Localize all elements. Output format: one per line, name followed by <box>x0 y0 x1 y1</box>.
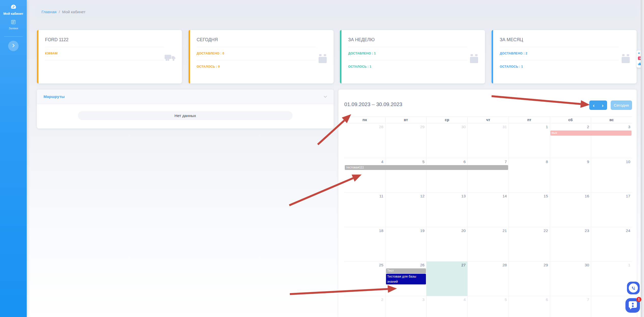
summary-card: FORD 1122К369АМ <box>37 30 182 83</box>
calendar-day-cell[interactable]: 22 <box>509 227 550 262</box>
day-number: 3 <box>628 125 630 129</box>
calendar-day-cell[interactable]: 24 <box>591 227 632 262</box>
day-number: 28 <box>379 125 383 129</box>
day-number: 16 <box>585 194 589 198</box>
dashboard-page: Мой кабинет Заявки Главная / Мой к <box>0 0 644 317</box>
calendar-day-cell[interactable]: 19 <box>385 227 426 262</box>
calendar-prev-button[interactable]: ‹ <box>593 103 595 108</box>
viber-chat-button[interactable] <box>627 282 640 294</box>
sidebar-expand-toggle[interactable] <box>8 41 19 51</box>
chevron-down-icon[interactable] <box>324 94 327 99</box>
weekday-label: пт <box>509 117 550 123</box>
weekday-label: пн <box>344 117 385 123</box>
calendar-day-cell[interactable]: 9 <box>550 158 591 193</box>
calendar-day-cell[interactable]: 12 <box>385 193 426 227</box>
calendar-day-cell[interactable]: 23 <box>550 227 591 262</box>
calendar-day-cell[interactable]: 11 <box>344 193 385 227</box>
day-number: 30 <box>461 125 466 129</box>
day-number: 5 <box>505 297 507 302</box>
calendar-day-cell[interactable]: 8 <box>509 158 550 193</box>
card-accent-bar <box>492 30 493 83</box>
calendar-day-cell[interactable]: 17 <box>591 193 632 227</box>
day-number: 19 <box>420 228 424 233</box>
calendar-day-cell[interactable]: 10 <box>591 158 632 193</box>
calendar-day-cell[interactable]: 28 <box>344 123 385 158</box>
routes-panel: Маршруты Нет данных <box>37 90 334 128</box>
day-number: 29 <box>543 263 548 267</box>
calendar-day-cell[interactable]: 6 <box>426 158 467 193</box>
calendar-icon <box>469 54 479 64</box>
calendar-day-cell[interactable]: 2 <box>550 123 591 158</box>
calendar-day-cell[interactable]: 28 <box>467 262 509 296</box>
calendar-nav-buttons: ‹ › <box>589 100 607 110</box>
calendar-today-button[interactable]: Сегодня <box>611 100 632 110</box>
sidebar-logo[interactable]: Мой кабинет <box>0 4 27 16</box>
calendar-day-cell[interactable]: 21 <box>467 227 509 262</box>
day-number: 11 <box>379 194 383 198</box>
calendar-day-today[interactable]: 27 <box>426 262 467 296</box>
calendar-event[interactable]: Тестовая для базы знаний <box>386 274 426 284</box>
weekday-label: сб <box>550 117 591 123</box>
weekday-label: вс <box>591 117 632 123</box>
weekday-label: вт <box>385 117 426 123</box>
calendar-day-cell[interactable]: 6 <box>509 296 550 317</box>
calendar-day-cell[interactable]: 16 <box>550 193 591 227</box>
calendar-day-cell[interactable]: 15 <box>509 193 550 227</box>
calendar-day-cell[interactable]: 14 <box>467 193 509 227</box>
chat-widget-button[interactable]: 1 <box>625 298 640 313</box>
day-number: 4 <box>381 160 383 164</box>
calendar-day-cell[interactable]: 7 <box>467 158 509 193</box>
calendar-week-row: 45678910 <box>344 158 632 193</box>
calendar-day-cell[interactable]: 31 <box>467 123 509 158</box>
calendar-day-cell[interactable]: 3 <box>385 296 426 317</box>
card-stat: ОСТАЛОСЬ : 0 <box>197 60 316 73</box>
calendar-day-cell[interactable]: 2 <box>344 296 385 317</box>
day-number: 5 <box>422 160 425 164</box>
chevron-right-icon <box>12 44 15 48</box>
breadcrumb-current: Мой кабинет <box>62 10 85 14</box>
calendar-day-cell[interactable]: 4 <box>426 296 467 317</box>
page-scrollbar[interactable] <box>641 0 644 317</box>
sidebar-item-requests[interactable]: Заявки <box>0 19 27 30</box>
routes-panel-header[interactable]: Маршруты <box>37 90 334 104</box>
calendar-day-cell[interactable]: 5 <box>385 158 426 193</box>
calendar-event[interactable]: Тест <box>386 268 426 273</box>
day-number: 13 <box>461 194 466 198</box>
card-accent-bar <box>189 30 190 83</box>
calendar-day-cell[interactable]: 29 <box>385 123 426 158</box>
calendar-day-cell[interactable]: 29 <box>509 262 550 296</box>
day-number: 7 <box>505 160 507 164</box>
calendar-day-cell[interactable]: 30 <box>426 123 467 158</box>
calendar-day-cell[interactable]: 3 <box>591 123 632 158</box>
card-stat: ОСТАЛОСЬ : 1 <box>348 60 467 73</box>
calendar-day-cell[interactable]: 4 <box>344 158 385 193</box>
summary-card: ЗА МЕСЯЦДОСТАВЛЕНО : 2ОСТАЛОСЬ : 1 <box>492 30 637 83</box>
day-number: 1 <box>628 263 630 267</box>
sidebar-logo-label: Мой кабинет <box>0 12 27 16</box>
day-number: 22 <box>543 228 548 233</box>
card-stat: ДОСТАВЛЕНО : 0 <box>197 47 316 60</box>
calendar-panel: 01.09.2023 – 30.09.2023 ‹ › Сегодня пнвт… <box>338 90 637 317</box>
calendar-next-button[interactable]: › <box>602 103 604 108</box>
breadcrumb-home-link[interactable]: Главная <box>41 10 56 14</box>
card-stat: ДОСТАВЛЕНО : 2 <box>500 47 619 60</box>
calendar-day-cell[interactable]: 1 <box>591 262 632 296</box>
calendar-day-cell[interactable]: 25 <box>344 262 385 296</box>
calendar-day-cell[interactable]: 7 <box>550 296 591 317</box>
day-number: 9 <box>587 160 589 164</box>
day-number: 27 <box>461 263 466 267</box>
calendar-day-cell[interactable]: 5 <box>467 296 509 317</box>
calendar-day-cell[interactable]: 13 <box>426 193 467 227</box>
calendar-day-cell[interactable]: 30 <box>550 262 591 296</box>
day-number: 20 <box>461 228 466 233</box>
calendar-event[interactable]: тестовая111 <box>345 165 508 170</box>
calendar-day-cell[interactable]: 18 <box>344 227 385 262</box>
calendar-event[interactable]: вых <box>550 131 632 136</box>
collapse-widget-icon[interactable]: « <box>638 51 640 54</box>
day-number: 8 <box>546 160 548 164</box>
weekday-label: чт <box>467 117 509 123</box>
calendar-day-cell[interactable]: 1 <box>509 123 550 158</box>
calendar-day-cell[interactable]: 20 <box>426 227 467 262</box>
calendar-icon <box>318 54 327 64</box>
weekday-label: ср <box>426 117 467 123</box>
